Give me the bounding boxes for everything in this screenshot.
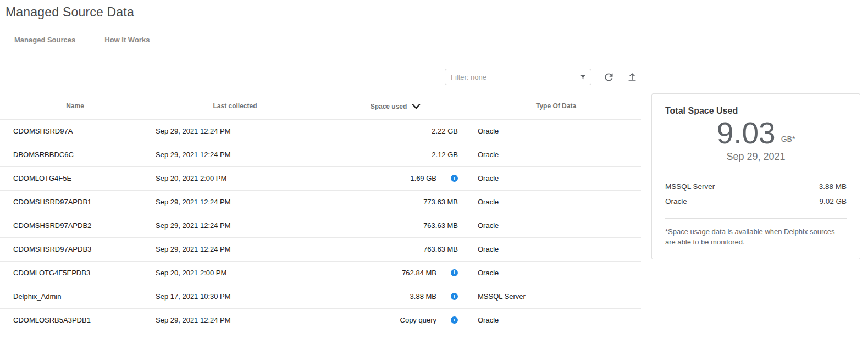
page-title: Managed Source Data xyxy=(5,5,868,20)
table-row[interactable]: DBOMSRBBDC6CSep 29, 2021 12:24 PM2.12 GB… xyxy=(0,143,641,166)
table-toolbar xyxy=(0,69,641,85)
table-row[interactable]: Delphix_AdminSep 17, 2021 10:30 PM3.88 M… xyxy=(0,285,641,308)
cell-last-collected: Sep 17, 2021 10:30 PM xyxy=(150,285,320,308)
space-used-value: 763.63 MB xyxy=(423,245,458,253)
cell-name: Delphix_Admin xyxy=(0,285,150,308)
space-used-value: 3.88 MB xyxy=(410,292,436,301)
info-icon[interactable]: i xyxy=(451,175,458,182)
cell-space-used: 2.12 GB xyxy=(320,143,471,166)
column-header-type-of-data[interactable]: Type Of Data xyxy=(471,93,641,119)
column-header-last-collected[interactable]: Last collected xyxy=(150,93,320,119)
main-column: Name Last collected Space used Type Of D… xyxy=(0,52,641,332)
table-header-row: Name Last collected Space used Type Of D… xyxy=(0,93,641,119)
cell-last-collected: Sep 29, 2021 12:24 PM xyxy=(150,214,320,237)
panel-footnote: *Space usage data is available when Delp… xyxy=(665,227,847,248)
refresh-icon[interactable] xyxy=(602,70,615,84)
cell-name: CDOMSHSRD97APDB3 xyxy=(0,237,150,261)
filter-input[interactable] xyxy=(445,69,591,85)
cell-type-of-data: Oracle xyxy=(471,119,641,143)
space-used-value: 1.69 GB xyxy=(410,174,436,182)
breakdown-value: 3.88 MB xyxy=(819,182,847,191)
cell-name: CDOMSHSRD97APDB1 xyxy=(0,190,150,214)
table-row[interactable]: CDOMSHSRD97APDB3Sep 29, 2021 12:24 PM763… xyxy=(0,237,641,261)
cell-last-collected: Sep 29, 2021 12:24 PM xyxy=(150,308,320,332)
column-header-name[interactable]: Name xyxy=(0,93,150,119)
cell-type-of-data: Oracle xyxy=(471,214,641,237)
cell-space-used: 2.22 GB xyxy=(320,119,471,143)
cell-type-of-data: MSSQL Server xyxy=(471,285,641,308)
breakdown-row-mssql: MSSQL Server 3.88 MB xyxy=(665,179,847,194)
table-row[interactable]: CDOMLOTG4F5EPDB3Sep 20, 2021 2:00 PM762.… xyxy=(0,261,641,285)
cell-space-used: 763.63 MB xyxy=(320,237,471,261)
cell-last-collected: Sep 20, 2021 2:00 PM xyxy=(150,261,320,285)
cell-last-collected: Sep 29, 2021 12:24 PM xyxy=(150,190,320,214)
cell-name: CDOMLOTG4F5EPDB3 xyxy=(0,261,150,285)
cell-type-of-data: Oracle xyxy=(471,308,641,332)
cell-type-of-data: Oracle xyxy=(471,237,641,261)
total-space-number: 9.03 xyxy=(717,116,776,151)
cell-last-collected: Sep 20, 2021 2:00 PM xyxy=(150,166,320,190)
filter-box xyxy=(445,69,591,85)
info-icon[interactable]: i xyxy=(451,269,458,276)
breakdown-row-oracle: Oracle 9.02 GB xyxy=(665,194,847,209)
cell-name: CDOMLOTG4F5E xyxy=(0,166,150,190)
table-row[interactable]: CDOMSHSRD97APDB2Sep 29, 2021 12:24 PM763… xyxy=(0,214,641,237)
cell-type-of-data: Oracle xyxy=(471,190,641,214)
space-used-value: 2.22 GB xyxy=(432,127,458,135)
column-header-space-used[interactable]: Space used xyxy=(320,93,471,119)
cell-space-used: 762.84 MBi xyxy=(320,261,471,285)
tab-how-it-works[interactable]: How It Works xyxy=(104,36,150,44)
managed-sources-table: Name Last collected Space used Type Of D… xyxy=(0,93,641,332)
space-used-value: 773.63 MB xyxy=(423,198,458,206)
filter-icon[interactable] xyxy=(577,72,588,82)
cell-name: DBOMSRBBDC6C xyxy=(0,143,150,166)
space-used-value: 2.12 GB xyxy=(432,151,458,159)
breakdown-label: Oracle xyxy=(665,197,687,205)
cell-type-of-data: Oracle xyxy=(471,261,641,285)
table-row[interactable]: CDOMSHSRD97APDB1Sep 29, 2021 12:24 PM773… xyxy=(0,190,641,214)
space-used-value: 763.63 MB xyxy=(423,221,458,230)
cell-last-collected: Sep 29, 2021 12:24 PM xyxy=(150,237,320,261)
tab-managed-sources[interactable]: Managed Sources xyxy=(14,36,75,44)
total-space-used-panel: Total Space Used 9.03 GB* Sep 29, 2021 M… xyxy=(651,93,860,259)
cell-space-used: Copy queryi xyxy=(320,308,471,332)
upload-icon[interactable] xyxy=(626,70,639,84)
cell-last-collected: Sep 29, 2021 12:24 PM xyxy=(150,119,320,143)
table-row[interactable]: CDOMSHSRD97ASep 29, 2021 12:24 PM2.22 GB… xyxy=(0,119,641,143)
table-row[interactable]: CDOMLOTG4F5ESep 20, 2021 2:00 PM1.69 GBi… xyxy=(0,166,641,190)
column-header-space-used-label: Space used xyxy=(371,103,407,110)
breakdown-value: 9.02 GB xyxy=(819,197,847,205)
space-breakdown: MSSQL Server 3.88 MB Oracle 9.02 GB xyxy=(665,179,847,209)
cell-name: CDOMSHSRD97A xyxy=(0,119,150,143)
breakdown-label: MSSQL Server xyxy=(665,182,715,191)
cell-space-used: 763.63 MB xyxy=(320,214,471,237)
cell-space-used: 1.69 GBi xyxy=(320,166,471,190)
content-area: Name Last collected Space used Type Of D… xyxy=(0,52,868,332)
cell-space-used: 773.63 MB xyxy=(320,190,471,214)
total-space-date: Sep 29, 2021 xyxy=(665,151,847,163)
copy-query-action[interactable]: Copy query xyxy=(400,316,436,324)
cell-type-of-data: Oracle xyxy=(471,166,641,190)
table-row[interactable]: CDOMLOSRB5A3PDB1Sep 29, 2021 12:24 PMCop… xyxy=(0,308,641,332)
cell-last-collected: Sep 29, 2021 12:24 PM xyxy=(150,143,320,166)
table-body: CDOMSHSRD97ASep 29, 2021 12:24 PM2.22 GB… xyxy=(0,119,641,332)
cell-type-of-data: Oracle xyxy=(471,143,641,166)
cell-name: CDOMSHSRD97APDB2 xyxy=(0,214,150,237)
info-icon[interactable]: i xyxy=(451,316,458,324)
tab-bar: Managed Sources How It Works xyxy=(0,36,868,44)
cell-name: CDOMLOSRB5A3PDB1 xyxy=(0,308,150,332)
sort-desc-icon xyxy=(412,104,421,109)
panel-divider xyxy=(665,218,847,219)
cell-space-used: 3.88 MBi xyxy=(320,285,471,308)
total-space-value: 9.03 GB* xyxy=(665,116,847,151)
total-space-unit: GB* xyxy=(781,135,795,151)
panel-title: Total Space Used xyxy=(665,106,847,116)
info-icon[interactable]: i xyxy=(451,293,458,300)
space-used-value: 762.84 MB xyxy=(402,269,436,277)
